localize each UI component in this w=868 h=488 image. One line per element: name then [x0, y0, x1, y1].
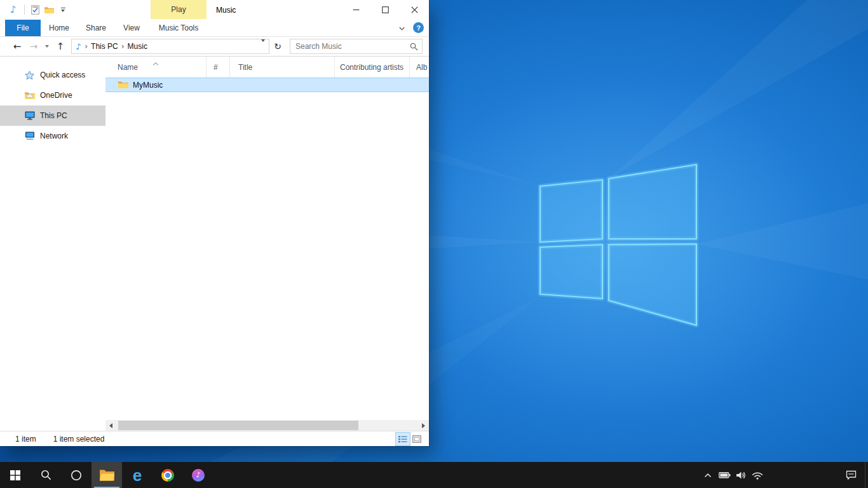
qat-customize-button[interactable] — [57, 4, 69, 15]
ribbon-tab-share[interactable]: Share — [81, 20, 111, 36]
ribbon-tab-view[interactable]: View — [117, 20, 146, 36]
network-icon — [24, 132, 35, 140]
ribbon-expand-button[interactable] — [396, 24, 407, 33]
column-header-title[interactable]: Title — [230, 57, 335, 78]
star-icon — [24, 71, 35, 80]
sidebar-item-label: Network — [40, 132, 68, 140]
action-center-button[interactable] — [837, 462, 865, 488]
qat-new-folder-button[interactable] — [43, 4, 55, 15]
titlebar-separator — [24, 4, 25, 15]
search-button[interactable] — [405, 43, 422, 51]
location-music-icon: ♪ — [76, 42, 81, 51]
sidebar-item-quick-access[interactable]: Quick access — [0, 65, 105, 85]
scroll-left-button[interactable] — [105, 420, 116, 431]
chevron-down-icon — [45, 45, 49, 48]
computer-icon — [24, 111, 35, 120]
tray-expand-button[interactable] — [700, 462, 716, 488]
search-box — [290, 39, 423, 54]
scroll-right-button[interactable] — [418, 420, 429, 431]
contextual-group-music-tools[interactable]: Music Tools — [151, 20, 207, 36]
edge-icon: e — [133, 467, 142, 484]
chevron-down-icon — [399, 27, 405, 30]
column-header-album[interactable]: Alb — [410, 57, 429, 78]
volume-button[interactable] — [733, 462, 749, 488]
column-label: Title — [238, 63, 252, 72]
scrollbar-thumb[interactable] — [118, 421, 358, 430]
file-list: MyMusic — [105, 78, 429, 420]
taskbar-search-button[interactable] — [31, 462, 61, 488]
chevron-left-icon — [109, 423, 112, 428]
column-header-contributing-artists[interactable]: Contributing artists — [335, 57, 410, 78]
qat-properties-button[interactable] — [29, 4, 41, 15]
refresh-button[interactable]: ↻ — [269, 39, 286, 54]
address-toolbar: ← → ↑ ♪ › This PC › Music ↻ — [0, 37, 429, 57]
navigation-pane: Quick access OneDrive — [0, 57, 105, 431]
chevron-right-icon — [422, 423, 425, 428]
search-icon — [410, 43, 418, 51]
sidebar-item-this-pc[interactable]: This PC — [0, 105, 105, 126]
breadcrumb-music[interactable]: Music — [125, 42, 151, 51]
column-header-name[interactable]: Name — [105, 57, 207, 78]
column-label: # — [214, 63, 218, 72]
maximize-button[interactable] — [370, 0, 400, 19]
taskbar-file-explorer-button[interactable] — [92, 462, 122, 488]
ribbon-tab-home[interactable]: Home — [44, 20, 74, 36]
taskbar-itunes-button[interactable]: ♪ — [183, 462, 214, 488]
sidebar-item-network[interactable]: Network — [0, 126, 105, 146]
address-bar[interactable]: ♪ › This PC › Music — [71, 39, 269, 54]
large-icons-view-icon — [412, 435, 421, 443]
column-header-number[interactable]: # — [207, 57, 230, 78]
large-icons-view-button[interactable] — [410, 433, 424, 445]
search-input[interactable] — [290, 42, 405, 51]
action-center-icon — [846, 470, 857, 480]
selection-count: 1 item selected — [53, 435, 105, 444]
music-note-icon: ♪ — [10, 4, 17, 15]
network-wifi-button[interactable] — [749, 462, 766, 488]
column-label: Contributing artists — [340, 63, 403, 72]
battery-status-button[interactable] — [716, 462, 733, 488]
sidebar-item-onedrive[interactable]: OneDrive — [0, 85, 105, 105]
details-view-icon — [398, 435, 407, 443]
forward-button[interactable]: → — [25, 38, 42, 55]
explorer-main: Quick access OneDrive — [0, 57, 429, 431]
up-button[interactable]: ↑ — [52, 38, 69, 55]
ribbon-tab-file[interactable]: File — [5, 20, 41, 36]
details-view-button[interactable] — [396, 433, 410, 445]
taskbar-edge-button[interactable]: e — [122, 462, 153, 488]
view-toggle-buttons — [396, 433, 424, 445]
taskbar: e ♪ — [0, 462, 868, 488]
close-button[interactable] — [400, 0, 429, 19]
ribbon-tab-play[interactable]: Play — [151, 0, 207, 19]
items-count: 1 item — [15, 435, 36, 444]
battery-icon — [719, 471, 731, 479]
search-icon — [41, 470, 51, 480]
explorer-window: ♪ Play Music — [0, 0, 429, 446]
recent-locations-button[interactable] — [42, 38, 52, 55]
question-icon: ? — [416, 24, 421, 32]
help-button[interactable]: ? — [413, 22, 424, 33]
breadcrumb-this-pc[interactable]: This PC — [88, 42, 121, 51]
cortana-button[interactable] — [61, 462, 92, 488]
file-list-pane: Name # Title Contributing artists Alb — [105, 57, 429, 431]
system-tray — [700, 462, 868, 488]
show-desktop-button[interactable] — [865, 462, 868, 488]
sort-ascending-icon — [153, 58, 159, 67]
maximize-icon — [382, 6, 389, 13]
windows-logo-icon — [10, 470, 20, 480]
address-dropdown-button[interactable] — [261, 42, 265, 51]
minimize-button[interactable] — [341, 0, 370, 19]
horizontal-scrollbar[interactable] — [105, 420, 429, 431]
file-row-mymusic[interactable]: MyMusic — [105, 78, 429, 92]
folder-icon — [118, 81, 128, 89]
back-button[interactable]: ← — [9, 38, 25, 55]
start-button[interactable] — [0, 462, 31, 488]
cortana-icon — [71, 470, 82, 481]
column-headers: Name # Title Contributing artists Alb — [105, 57, 429, 78]
column-label: Name — [118, 63, 138, 72]
window-title: Music — [216, 6, 236, 15]
sidebar-item-label: This PC — [40, 111, 67, 120]
file-name: MyMusic — [133, 81, 163, 90]
onedrive-icon — [24, 92, 35, 100]
taskbar-chrome-button[interactable] — [153, 462, 183, 488]
minimize-icon — [353, 6, 360, 13]
